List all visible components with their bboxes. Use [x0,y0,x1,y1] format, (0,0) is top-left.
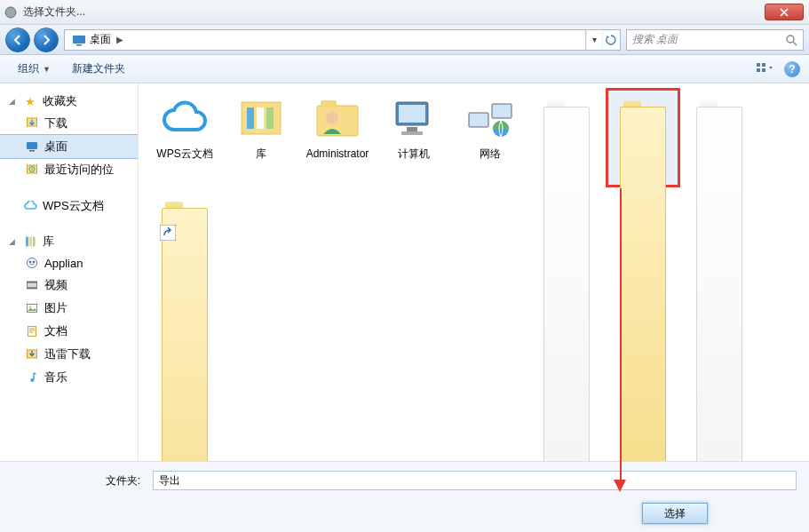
select-button[interactable]: 选择 [642,503,708,524]
folder-name-input[interactable] [153,471,797,490]
svg-point-18 [33,261,36,264]
file-label: Administrator [306,147,369,160]
file-item-xunlei[interactable]: 迅雷下载 [148,190,221,288]
close-button[interactable] [765,4,804,20]
xunlei-icon [25,347,39,361]
library-icon [23,234,37,249]
window-title: 选择文件夹... [23,4,85,20]
sidebar-group-favorites: ◢ ★ 收藏夹 下载 桌面 最近访问的位 [0,91,138,181]
svg-point-16 [28,258,37,268]
sidebar-item-downloads[interactable]: 下载 [0,112,138,135]
svg-point-17 [29,261,32,264]
file-item-computer[interactable]: 计算机 [377,89,450,187]
organize-button[interactable]: 组织 ▼ [9,58,59,80]
file-item-downloads[interactable]: 下载 [683,89,756,187]
svg-point-26 [30,378,34,382]
folder-icon [616,94,670,144]
download-icon [25,116,39,131]
sidebar-head-libraries[interactable]: ◢ 库 [0,231,138,252]
sidebar-group-libraries: ◢ 库 Applian 视频 图片 文档 迅雷下载 [0,231,138,389]
search-input[interactable]: 搜索 桌面 [626,29,804,51]
sidebar-item-recent[interactable]: 最近访问的位 [0,158,138,181]
sidebar-head-wps[interactable]: WPS云文档 [0,195,138,217]
svg-rect-13 [26,237,28,247]
video-icon [25,278,39,292]
file-item-network[interactable]: 网络 [454,89,527,187]
svg-rect-29 [257,107,264,129]
navbar: 桌面 ▶ ▾ 搜索 桌面 [0,25,809,55]
file-item-library[interactable]: 库 [225,89,297,187]
breadcrumb[interactable]: 桌面 ▶ ▾ [64,29,621,51]
chevron-right-icon: ▶ [115,35,125,44]
svg-rect-4 [757,63,760,67]
folder-icon [693,94,746,144]
sidebar-item-documents[interactable]: 文档 [0,320,138,343]
titlebar: 选择文件夹... [0,0,809,25]
app-icon [4,5,18,20]
sidebar-item-label: 下载 [44,115,67,131]
folder-field-label: 文件夹: [12,473,146,488]
file-label: WPS云文档 [156,147,212,160]
organize-label: 组织 [18,61,39,76]
favorites-label: 收藏夹 [43,93,77,109]
svg-rect-28 [247,107,254,129]
svg-rect-36 [407,127,417,131]
sidebar-item-label: 最近访问的位 [44,162,114,178]
svg-rect-1 [73,36,85,44]
svg-point-0 [5,7,16,18]
file-item-wpscloud[interactable]: WPS云文档 [148,89,221,187]
breadcrumb-label: 桌面 [90,32,111,47]
star-icon: ★ [23,94,37,108]
refresh-button[interactable] [602,30,618,50]
breadcrumb-dropdown[interactable]: ▾ [586,30,602,50]
file-label: 网络 [480,147,501,160]
svg-point-33 [326,112,338,124]
forward-button[interactable] [34,28,59,52]
new-folder-button[interactable]: 新建文件夹 [63,58,134,80]
svg-rect-20 [28,282,37,283]
svg-point-3 [787,36,794,43]
toolbar: 组织 ▼ 新建文件夹 ? [0,55,809,83]
svg-rect-22 [28,305,37,313]
svg-rect-30 [266,107,274,129]
wps-label: WPS云文档 [43,198,104,214]
help-button[interactable]: ? [784,61,800,77]
svg-rect-39 [492,104,512,118]
svg-rect-2 [76,44,82,46]
sidebar-item-label: 视频 [44,277,67,293]
breadcrumb-segment-desktop[interactable]: 桌面 ▶ [67,30,131,50]
pictures-icon [25,301,39,315]
sidebar-item-desktop[interactable]: 桌面 [0,135,138,158]
file-item-administrator[interactable]: Administrator [301,89,374,187]
search-placeholder: 搜索 桌面 [632,32,678,47]
svg-rect-15 [33,237,36,247]
caret-icon: ◢ [9,237,18,246]
sidebar-item-pictures[interactable]: 图片 [0,297,138,320]
svg-rect-7 [762,68,765,72]
back-button[interactable] [5,28,30,52]
svg-point-23 [29,306,31,307]
footer: 文件夹: 选择 [0,461,809,532]
file-item-win[interactable]: win [530,89,603,187]
sidebar-item-music[interactable]: 音乐 [0,366,138,389]
svg-rect-10 [29,150,35,152]
svg-rect-14 [29,237,32,247]
sidebar-item-applian[interactable]: Applian [0,252,138,274]
folder-icon [540,94,593,144]
sidebar-item-xunlei[interactable]: 迅雷下载 [0,343,138,366]
userfolder-icon [311,94,364,144]
select-button-label: 选择 [664,506,686,521]
sidebar-head-favorites[interactable]: ◢ ★ 收藏夹 [0,91,138,112]
file-label: 库 [256,147,266,160]
file-area[interactable]: WPS云文档 库 Administrator 计算机 [143,83,809,461]
file-item-export[interactable]: 导出 [607,89,679,187]
view-options-button[interactable] [756,61,775,77]
sidebar-item-label: 文档 [44,323,67,339]
file-grid: WPS云文档 库 Administrator 计算机 [148,89,804,288]
documents-icon [25,324,39,338]
sidebar-group-wps: WPS云文档 [0,195,138,217]
sidebar-item-label: 迅雷下载 [44,346,91,362]
network-icon [464,94,517,144]
sidebar-item-videos[interactable]: 视频 [0,274,138,297]
sidebar-item-label: 音乐 [44,369,67,385]
